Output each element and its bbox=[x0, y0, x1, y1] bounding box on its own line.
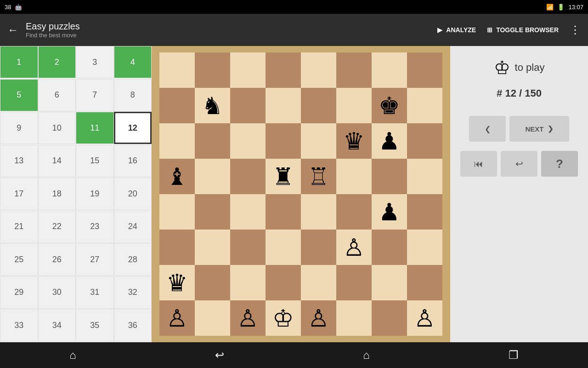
chess-cell-r3c6[interactable] bbox=[372, 159, 407, 194]
puzzle-item-18[interactable]: 18 bbox=[38, 178, 76, 210]
next-button[interactable]: NEXT ❯ bbox=[509, 116, 569, 142]
chess-cell-r5c5[interactable]: ♙ bbox=[336, 230, 372, 265]
chess-cell-r6c0[interactable]: ♛ bbox=[159, 265, 195, 300]
chess-cell-r5c3[interactable] bbox=[266, 230, 301, 265]
chess-cell-r0c0[interactable] bbox=[159, 52, 195, 88]
chess-cell-r2c0[interactable] bbox=[159, 123, 195, 159]
chess-cell-r6c7[interactable] bbox=[407, 265, 442, 300]
puzzle-item-10[interactable]: 10 bbox=[38, 112, 76, 144]
puzzle-item-8[interactable]: 8 bbox=[114, 79, 152, 111]
chess-cell-r3c1[interactable] bbox=[195, 159, 230, 194]
restart-button[interactable]: ⏮ bbox=[460, 151, 497, 177]
chess-cell-r5c4[interactable] bbox=[301, 230, 336, 265]
hint-button[interactable]: ? bbox=[541, 151, 578, 177]
chess-cell-r0c6[interactable] bbox=[372, 52, 407, 88]
puzzle-item-34[interactable]: 34 bbox=[38, 309, 76, 341]
chess-cell-r1c6[interactable]: ♚ bbox=[372, 88, 407, 123]
undo-button[interactable]: ↩ bbox=[501, 151, 537, 177]
toggle-browser-button[interactable]: ⊞ TOGGLE BROWSER bbox=[487, 26, 559, 34]
chess-cell-r2c5[interactable]: ♛ bbox=[336, 123, 372, 159]
back-button[interactable]: ← bbox=[7, 23, 18, 36]
bottom-nav-home2[interactable]: ⌂ bbox=[363, 349, 370, 362]
chess-cell-r4c2[interactable] bbox=[230, 194, 266, 230]
chess-cell-r2c3[interactable] bbox=[266, 123, 301, 159]
puzzle-item-3[interactable]: 3 bbox=[76, 46, 114, 78]
chess-cell-r4c5[interactable] bbox=[336, 194, 372, 230]
chess-cell-r4c6[interactable]: ♟ bbox=[372, 194, 407, 230]
puzzle-item-16[interactable]: 16 bbox=[114, 145, 152, 177]
chess-cell-r1c5[interactable] bbox=[336, 88, 372, 123]
puzzle-item-21[interactable]: 21 bbox=[0, 211, 38, 243]
puzzle-item-32[interactable]: 32 bbox=[114, 276, 152, 309]
chess-cell-r4c3[interactable] bbox=[266, 194, 301, 230]
puzzle-item-24[interactable]: 24 bbox=[114, 211, 152, 243]
puzzle-item-29[interactable]: 29 bbox=[0, 276, 38, 309]
bottom-nav-back[interactable]: ↩ bbox=[215, 349, 224, 362]
chess-cell-r6c4[interactable] bbox=[301, 265, 336, 300]
chess-cell-r7c3[interactable]: ♔ bbox=[266, 300, 301, 336]
chess-cell-r3c0[interactable]: ♝ bbox=[159, 159, 195, 194]
puzzle-item-26[interactable]: 26 bbox=[38, 243, 76, 276]
chess-cell-r0c2[interactable] bbox=[230, 52, 266, 88]
chess-cell-r3c7[interactable] bbox=[407, 159, 442, 194]
puzzle-item-2[interactable]: 2 bbox=[38, 46, 76, 78]
chess-cell-r5c7[interactable] bbox=[407, 230, 442, 265]
puzzle-item-22[interactable]: 22 bbox=[38, 211, 76, 243]
chess-cell-r5c0[interactable] bbox=[159, 230, 195, 265]
chess-cell-r4c1[interactable] bbox=[195, 194, 230, 230]
chess-cell-r6c5[interactable] bbox=[336, 265, 372, 300]
chess-cell-r5c6[interactable] bbox=[372, 230, 407, 265]
chess-cell-r0c4[interactable] bbox=[301, 52, 336, 88]
puzzle-item-14[interactable]: 14 bbox=[38, 145, 76, 177]
chess-cell-r1c2[interactable] bbox=[230, 88, 266, 123]
chess-cell-r6c2[interactable] bbox=[230, 265, 266, 300]
chess-cell-r7c1[interactable] bbox=[195, 300, 230, 336]
puzzle-item-5[interactable]: 5 bbox=[0, 79, 38, 111]
chess-cell-r3c5[interactable] bbox=[336, 159, 372, 194]
chess-cell-r7c4[interactable]: ♙ bbox=[301, 300, 336, 336]
chess-cell-r1c7[interactable] bbox=[407, 88, 442, 123]
puzzle-item-27[interactable]: 27 bbox=[76, 243, 114, 276]
prev-button[interactable]: ❮ bbox=[469, 116, 506, 142]
puzzle-item-20[interactable]: 20 bbox=[114, 178, 152, 210]
puzzle-item-9[interactable]: 9 bbox=[0, 112, 38, 144]
chess-cell-r0c3[interactable] bbox=[266, 52, 301, 88]
bottom-nav-recent[interactable]: ❐ bbox=[509, 349, 519, 362]
puzzle-item-33[interactable]: 33 bbox=[0, 309, 38, 341]
chess-cell-r6c3[interactable] bbox=[266, 265, 301, 300]
bottom-nav-home[interactable]: ⌂ bbox=[69, 349, 76, 362]
puzzle-item-35[interactable]: 35 bbox=[76, 309, 114, 341]
chess-cell-r3c3[interactable]: ♜ bbox=[266, 159, 301, 194]
chess-cell-r2c1[interactable] bbox=[195, 123, 230, 159]
chess-cell-r2c6[interactable]: ♟ bbox=[372, 123, 407, 159]
chess-cell-r7c5[interactable] bbox=[336, 300, 372, 336]
chess-cell-r3c4[interactable]: ♖ bbox=[301, 159, 336, 194]
chess-cell-r1c3[interactable] bbox=[266, 88, 301, 123]
puzzle-item-19[interactable]: 19 bbox=[76, 178, 114, 210]
chess-cell-r4c0[interactable] bbox=[159, 194, 195, 230]
puzzle-item-4[interactable]: 4 bbox=[114, 46, 152, 78]
chess-cell-r7c7[interactable]: ♙ bbox=[407, 300, 442, 336]
puzzle-item-36[interactable]: 36 bbox=[114, 309, 152, 341]
chess-cell-r6c6[interactable] bbox=[372, 265, 407, 300]
chess-cell-r6c1[interactable] bbox=[195, 265, 230, 300]
puzzle-item-30[interactable]: 30 bbox=[38, 276, 76, 309]
puzzle-item-12[interactable]: 12 bbox=[114, 112, 152, 144]
chess-cell-r2c4[interactable] bbox=[301, 123, 336, 159]
puzzle-item-23[interactable]: 23 bbox=[76, 211, 114, 243]
puzzle-item-11[interactable]: 11 bbox=[76, 112, 114, 144]
chess-cell-r2c7[interactable] bbox=[407, 123, 442, 159]
analyze-button[interactable]: ▶ ANALYZE bbox=[437, 26, 476, 34]
chess-cell-r2c2[interactable] bbox=[230, 123, 266, 159]
chess-cell-r0c7[interactable] bbox=[407, 52, 442, 88]
more-button[interactable]: ⋮ bbox=[570, 23, 581, 36]
chess-cell-r0c1[interactable] bbox=[195, 52, 230, 88]
puzzle-item-17[interactable]: 17 bbox=[0, 178, 38, 210]
puzzle-item-31[interactable]: 31 bbox=[76, 276, 114, 309]
puzzle-item-1[interactable]: 1 bbox=[0, 46, 38, 78]
puzzle-item-28[interactable]: 28 bbox=[114, 243, 152, 276]
chess-cell-r5c2[interactable] bbox=[230, 230, 266, 265]
chess-cell-r4c7[interactable] bbox=[407, 194, 442, 230]
chess-cell-r1c0[interactable] bbox=[159, 88, 195, 123]
puzzle-item-15[interactable]: 15 bbox=[76, 145, 114, 177]
